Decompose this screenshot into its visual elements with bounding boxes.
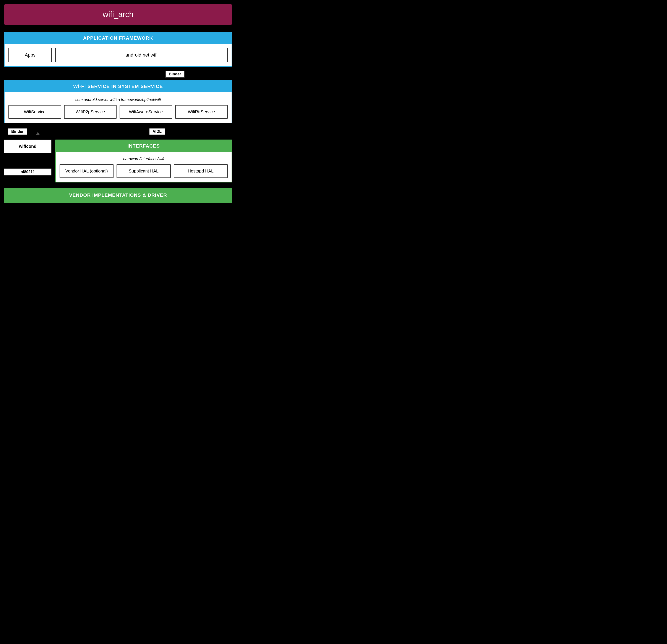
interfaces-subtitle: hardware/interfaces/wifi (60, 155, 228, 164)
page-title: wifi_arch (103, 10, 133, 19)
app-framework-header: APPLICATION FRAMEWORK (4, 32, 231, 44)
binder1-label: Binder (165, 71, 184, 78)
wifiaware-service-box: WifiAwareService (119, 105, 172, 119)
android-net-wifi-box: android.net.wifi (55, 48, 228, 62)
hostapd-hal-box: Hostapd HAL (174, 164, 228, 178)
binder2-label: Binder (8, 128, 27, 135)
wifi-service-subtitle: com.android.server.wifi in frameworks/op… (9, 95, 228, 105)
wifi-service-header: Wi-Fi SERVICE IN SYSTEM SERVICE (4, 81, 231, 92)
app-framework-section: APPLICATION FRAMEWORK Apps android.net.w… (4, 32, 232, 67)
interfaces-section: INTERFACES hardware/interfaces/wifi Vend… (55, 140, 232, 182)
apps-box: Apps (9, 48, 52, 62)
wifip2p-service-box: WifiP2pService (64, 105, 117, 119)
vendor-impl-section: VENDOR IMPLEMENTATIONS & DRIVER (4, 188, 232, 203)
title-bar: wifi_arch (4, 4, 232, 25)
aidl-label: AIDL (149, 128, 165, 135)
wifi-service-section: Wi-Fi SERVICE IN SYSTEM SERVICE com.andr… (4, 80, 232, 123)
interfaces-header: INTERFACES (56, 140, 231, 152)
nl80211-box: nl80211 (4, 168, 52, 176)
wifirtt-service-box: WifiRttService (175, 105, 228, 119)
wificond-box: wificond (4, 140, 52, 153)
wifi-service-box: WifiService (9, 105, 61, 119)
supplicant-hal-box: Supplicant HAL (116, 164, 170, 178)
vendor-hal-box: Vendor HAL (optional) (60, 164, 114, 178)
